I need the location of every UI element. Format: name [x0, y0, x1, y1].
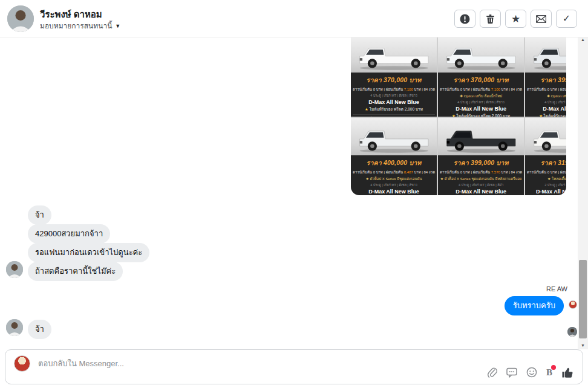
car-price: ราคา 370,000 บาท	[440, 75, 522, 85]
header-action-bar: ★ ✓	[454, 10, 577, 28]
car-card-info: ราคา 399,000 บาท ดาวน์เริ่มต้น 0 บาท | ผ…	[525, 73, 566, 117]
car-model: D-Max All New Blue	[353, 99, 435, 105]
car-option: ★ โหลดเตี้ยลงสวย 10 ซม.	[527, 176, 566, 182]
car-model: D-Max All New Blue	[440, 106, 522, 112]
assign-conversation-dropdown[interactable]: มอบหมายการสนทนานี้ ▼	[40, 20, 120, 31]
paperclip-icon[interactable]	[487, 367, 497, 378]
contact-avatar-small	[6, 319, 23, 336]
star-button[interactable]: ★	[505, 10, 526, 28]
car-model: D-Max All New Blue	[440, 189, 522, 195]
truck-photo	[351, 118, 437, 155]
car-card-info: ราคา 399,000 บาท ดาวน์เริ่มต้น 0 บาท | ผ…	[438, 155, 524, 195]
car-option: ★ ตัวท็อป X Series ชุดแต่งรอบคัน มีหลังค…	[440, 176, 522, 182]
car-option: ★ ตัวท็อป X Series มีชุดแต่งรอบคัน	[353, 176, 435, 182]
car-card: ราคา 370,000 บาท ดาวน์เริ่มต้น 0 บาท | ผ…	[438, 37, 524, 117]
car-price: ราคา 319,000 บาท	[527, 158, 566, 168]
car-card: ราคา 400,000 บาท ดาวน์เริ่มต้น 0 บาท | ผ…	[351, 118, 437, 195]
scrollbar-thumb[interactable]	[579, 260, 587, 338]
person-photo-icon	[567, 327, 577, 337]
b-badge-icon[interactable]: B	[546, 367, 552, 378]
car-card: ราคา 399,000 บาท ดาวน์เริ่มต้น 0 บาท | ผ…	[525, 37, 566, 117]
car-model: D-Max All New Blue	[527, 106, 566, 112]
car-card-info: ราคา 370,000 บาท ดาวน์เริ่มต้น 0 บาท | ผ…	[438, 73, 524, 117]
image-attachment-car-listings[interactable]: ราคา 370,000 บาท ดาวน์เริ่มต้น 0 บาท | ผ…	[351, 37, 566, 195]
saved-reply-icon[interactable]	[506, 367, 517, 378]
car-price: ราคา 370,000 บาท	[353, 75, 435, 85]
truck-icon	[529, 125, 566, 154]
car-price: ราคา 399,000 บาท	[527, 75, 566, 85]
truck-icon	[529, 42, 566, 71]
report-button[interactable]	[454, 10, 475, 28]
car-footer: ⊕ ส่งรถทั่วไทย | ★ เครดิตดีออกรถไว | ✆ ส…	[353, 114, 435, 117]
page-logo-avatar	[569, 300, 577, 309]
person-photo-icon	[7, 5, 34, 32]
messenger-inbox-window: วีระพงษ์ ดาหอม มอบหมายการสนทนานี้ ▼	[0, 0, 588, 388]
exclamation-circle-icon	[460, 14, 470, 24]
truck-photo	[438, 118, 524, 155]
trash-icon	[486, 14, 495, 24]
car-option: ✚ Option เสริม ล้อแม็กใหม่	[440, 93, 522, 99]
car-card-info: ราคา 319,000 บาท ดาวน์เริ่มต้น 0 บาท | ผ…	[525, 155, 566, 195]
car-spec: 2 ประตู | เกียร์ MT | ดีเซล | สีขาว	[527, 183, 566, 187]
collage-row: ราคา 400,000 บาท ดาวน์เริ่มต้น 0 บาท | ผ…	[351, 118, 566, 195]
star-icon: ★	[539, 114, 544, 117]
incoming-message-bubble[interactable]: รอแฟนมาก่อนเดวเข้าไปดูนะค่ะ	[28, 243, 149, 262]
emoji-icon[interactable]	[526, 367, 537, 378]
truck-icon	[354, 125, 434, 154]
reply-input[interactable]	[38, 356, 365, 370]
outgoing-message-bubble[interactable]: รับทราบครับ	[505, 296, 564, 315]
seen-indicator-avatar	[567, 327, 577, 337]
car-card-info: ราคา 370,000 บาท ดาวน์เริ่มต้น 0 บาท | ผ…	[351, 73, 437, 117]
incoming-message-bubble[interactable]: 429000สวยมากจ้าา	[28, 224, 110, 244]
envelope-icon	[536, 15, 546, 23]
contact-avatar-small	[6, 261, 23, 278]
truck-photo	[351, 37, 437, 73]
collage-row: ราคา 370,000 บาท ดาวน์เริ่มต้น 0 บาท | ผ…	[351, 37, 566, 117]
car-card-info: ราคา 400,000 บาท ดาวน์เริ่มต้น 0 บาท | ผ…	[351, 155, 437, 195]
like-icon[interactable]	[561, 366, 574, 378]
notification-dot	[551, 365, 556, 370]
mark-unread-button[interactable]	[531, 10, 552, 28]
mark-done-button[interactable]: ✓	[556, 10, 577, 28]
car-card: ราคา 370,000 บาท ดาวน์เริ่มต้น 0 บาท | ผ…	[351, 37, 437, 117]
star-icon: ★	[511, 14, 520, 24]
car-price: ราคา 400,000 บาท	[353, 158, 435, 168]
truck-icon	[442, 125, 521, 154]
replying-agent-label: RE AW	[546, 285, 567, 293]
person-photo-icon	[6, 319, 23, 336]
truck-photo	[525, 118, 566, 155]
car-model: D-Max All New Blue	[353, 189, 435, 195]
car-price: ราคา 399,000 บาท	[440, 158, 522, 168]
car-model: D-Max All New Spacecab	[527, 189, 566, 195]
incoming-message-bubble[interactable]: จ้า	[28, 320, 51, 339]
incoming-message-bubble[interactable]: จ้า	[28, 205, 51, 225]
page-logo-avatar	[14, 355, 30, 372]
car-spec: 4 ประตู | เกียร์ MT | ดีเซล | สีขาว	[527, 100, 566, 105]
chevron-down-icon: ▼	[115, 23, 120, 29]
truck-photo	[438, 37, 524, 73]
car-card: ราคา 399,000 บาท ดาวน์เริ่มต้น 0 บาท | ผ…	[438, 118, 524, 195]
person-photo-icon	[6, 261, 23, 278]
check-icon: ✓	[563, 14, 570, 24]
assign-label: มอบหมายการสนทนานี้	[40, 20, 112, 31]
car-option: ✚ Option เสริม ล้อแม็กใหม่	[527, 93, 566, 99]
truck-icon	[442, 42, 521, 71]
composer-toolbar: B	[487, 366, 574, 378]
scroll-down-arrow[interactable]: ▼	[578, 341, 588, 349]
car-spec: 4 ประตู | เกียร์ MT | ดีเซล | สีขาว	[353, 183, 435, 187]
contact-avatar[interactable]	[7, 5, 34, 32]
car-spec: 4 ประตู | เกียร์ MT | ดีเซล | สีขาว	[353, 93, 435, 98]
car-card: ราคา 319,000 บาท ดาวน์เริ่มต้น 0 บาท | ผ…	[525, 118, 566, 195]
car-spec: 4 ประตู | เกียร์ MT | ดีเซล | สีดำ	[440, 183, 522, 187]
star-icon: ★	[365, 107, 370, 111]
star-icon: ★	[452, 114, 457, 117]
conversation-header: วีระพงษ์ ดาหอม มอบหมายการสนทนานี้ ▼	[0, 0, 588, 37]
delete-button[interactable]	[480, 10, 501, 28]
reply-composer: B	[5, 349, 583, 384]
truck-icon	[354, 42, 434, 71]
truck-photo	[525, 37, 566, 73]
incoming-message-bubble[interactable]: ถ้าสดคือราคานี้ใช่ไม๊ค่ะ	[28, 262, 123, 281]
car-spec: 4 ประตู | เกียร์ MT | ดีเซล | สีขาว	[440, 100, 522, 105]
vertical-scrollbar[interactable]: ▲ ▼	[578, 35, 588, 349]
